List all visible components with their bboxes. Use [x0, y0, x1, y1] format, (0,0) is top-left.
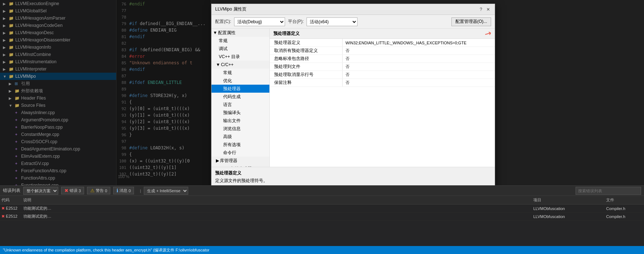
prop-item-advanced[interactable]: 高级: [212, 133, 269, 141]
prop-item-preprocessor[interactable]: 预处理器: [212, 85, 269, 93]
error-row[interactable]: ✖ E2512 功能测试宏的参数必须是简单标识符 LLVMObfuscation…: [0, 205, 644, 213]
prop-name: 预处理取消显示行号: [270, 71, 343, 78]
error-icon: ✖ E2512: [1, 214, 23, 219]
dialog-title: LLVMipo 属性页: [215, 6, 246, 12]
messages-label: 消息: [119, 188, 127, 193]
item-label: 输出文件: [223, 118, 241, 124]
col-file: 文件: [606, 197, 643, 203]
item-label: 命令行: [223, 150, 236, 156]
status-message: "Unknown endianness of the compilation p…: [3, 247, 641, 253]
prop-group-config[interactable]: ▼ 配置属性: [212, 29, 269, 37]
prop-item-precomp[interactable]: 预编译头: [212, 109, 269, 117]
warning-icon: ⚠: [90, 188, 95, 193]
prop-row-suppress-line[interactable]: 预处理取消显示行号 否: [270, 71, 495, 79]
config-manager-button[interactable]: 配置管理器(O)...: [451, 17, 491, 26]
message-icon: ℹ: [116, 188, 118, 193]
prop-row-keep-comments[interactable]: 保留注释 否: [270, 79, 495, 87]
dialog-toolbar: 配置(C): 活动(Debug) 平台(P): 活动(x64) 配置管理器(O)…: [212, 15, 495, 29]
item-label: 预编译头: [223, 110, 241, 116]
config-select[interactable]: 活动(Debug): [234, 17, 285, 26]
item-label: 高级: [223, 134, 232, 140]
prop-item-debug[interactable]: 调试: [212, 45, 269, 53]
file-name: Compiler.h: [606, 206, 643, 211]
prop-item-cpp-general[interactable]: 常规: [212, 69, 269, 77]
arrow-icon: ▶: [216, 158, 219, 163]
properties-dialog: LLVMipo 属性页 ? ✕ 配置(C): 活动(Debug) 平台(P): …: [211, 4, 495, 207]
build-filter-select[interactable]: 生成 + IntelliSense: [144, 187, 188, 195]
properties-panel: 预处理器定义 预处理器定义 WIN32;ENDIAN_LITTLE;_WINDO…: [270, 29, 495, 167]
item-label: 代码生成: [223, 94, 241, 100]
group-label: 库管理器: [220, 158, 237, 164]
prop-row-ignore-std[interactable]: 忽略标准包含路径 否: [270, 55, 495, 63]
error-panel: 错误列表 整个解决方案 ✖ 错误 3 ⚠ 警告 0 ℹ 消息 0 | 生成 + …: [0, 185, 644, 254]
config-label: 配置(C):: [215, 19, 231, 25]
errors-badge[interactable]: ✖ 错误 3: [61, 187, 84, 194]
prop-name: 预处理器定义: [270, 39, 343, 47]
prop-name: 预处理到文件: [270, 63, 343, 70]
messages-badge[interactable]: ℹ 消息 0: [113, 187, 134, 194]
col-desc: 说明: [23, 197, 52, 203]
project-name: LLVMObfuscation: [533, 206, 606, 211]
error-panel-title: 错误列表: [3, 188, 20, 194]
arrow-icon: ▼: [213, 30, 217, 35]
project-name: LLVMObfuscation: [533, 214, 606, 219]
prop-value: 否: [343, 63, 495, 70]
prop-group-lib[interactable]: ▶ 库管理器: [212, 157, 269, 165]
errors-label: 错误: [70, 188, 78, 193]
prop-item-general[interactable]: 常规: [212, 37, 269, 45]
prop-item-output[interactable]: 输出文件: [212, 117, 269, 125]
item-label: 调试: [219, 46, 228, 52]
error-row[interactable]: ✖ E2512 功能测试宏的参数必须是简单标识符 LLVMObfuscation…: [0, 213, 644, 221]
prop-value: 否: [343, 47, 495, 55]
group-label: C/C++: [221, 62, 234, 67]
dialog-titlebar: LLVMipo 属性页 ? ✕: [212, 4, 495, 15]
status-bar: "Unknown endianness of the compilation p…: [0, 246, 644, 254]
filter-select[interactable]: 整个解决方案: [23, 187, 58, 195]
platform-label: 平台(P):: [288, 19, 304, 25]
warnings-count: 0: [105, 189, 107, 193]
item-label: 所有选项: [223, 142, 241, 148]
modal-overlay: LLVMipo 属性页 ? ✕ 配置(C): 活动(Debug) 平台(P): …: [0, 0, 644, 185]
prop-value: WIN32;ENDIAN_LITTLE;_WINDOWS;_HAS_EXCEPT…: [343, 39, 495, 47]
arrow-icon: ▼: [216, 62, 220, 67]
prop-row-cancel-all[interactable]: 取消所有预处理器定义 否: [270, 47, 495, 55]
item-label: 预处理器: [223, 86, 241, 92]
properties-tree: ▼ 配置属性 常规 调试 VC++ 目录 ▼ C/C++ 常规: [212, 29, 270, 167]
prop-row-preprocess-file[interactable]: 预处理到文件 否: [270, 63, 495, 71]
prop-item-all-options[interactable]: 所有选项: [212, 141, 269, 149]
prop-row-preprocessor-def[interactable]: 预处理器定义 WIN32;ENDIAN_LITTLE;_WINDOWS;_HAS…: [270, 39, 495, 47]
errors-count: 3: [79, 189, 81, 193]
prop-value: 否: [343, 55, 495, 63]
error-desc: 功能测试宏的参数必须是简单标识符: [23, 214, 52, 219]
error-table-header: 代码 说明 项目 文件: [0, 196, 644, 205]
warnings-badge[interactable]: ⚠ 警告 0: [87, 187, 110, 194]
prop-item-codegen[interactable]: 代码生成: [212, 93, 269, 101]
error-icon: ✖ E2512: [1, 206, 23, 211]
prop-name: 取消所有预处理器定义: [270, 47, 343, 55]
group-label: 配置属性: [218, 30, 236, 36]
prop-group-cpp[interactable]: ▼ C/C++: [212, 61, 269, 69]
help-button[interactable]: ?: [478, 7, 484, 12]
prop-item-vc-dirs[interactable]: VC++ 目录: [212, 53, 269, 61]
prop-item-browse[interactable]: 浏览信息: [212, 125, 269, 133]
search-errors-input[interactable]: [576, 187, 641, 195]
item-label: 优化: [223, 78, 232, 84]
prop-item-cmdline[interactable]: 命令行: [212, 149, 269, 157]
item-label: 常规: [223, 70, 232, 76]
close-button[interactable]: ✕: [485, 7, 491, 12]
prop-value: 否: [343, 79, 495, 86]
file-name: Compiler.h: [606, 214, 643, 219]
item-label: 语言: [223, 102, 232, 108]
messages-count: 0: [129, 189, 131, 193]
error-icon: ✖: [64, 188, 68, 193]
item-label: 常规: [219, 38, 228, 44]
prop-name: 忽略标准包含路径: [270, 55, 343, 63]
prop-item-language[interactable]: 语言: [212, 101, 269, 109]
props-header: 预处理器定义: [270, 29, 495, 39]
platform-select[interactable]: 活动(x64): [307, 17, 357, 26]
dialog-body: ▼ 配置属性 常规 调试 VC++ 目录 ▼ C/C++ 常规: [212, 29, 495, 167]
description-text: 定义源文件的预处理符号。: [215, 178, 491, 184]
error-desc: 功能测试宏的参数必须是简单标识符: [23, 206, 52, 211]
warnings-label: 警告: [96, 188, 104, 193]
prop-item-optimize[interactable]: 优化: [212, 77, 269, 85]
